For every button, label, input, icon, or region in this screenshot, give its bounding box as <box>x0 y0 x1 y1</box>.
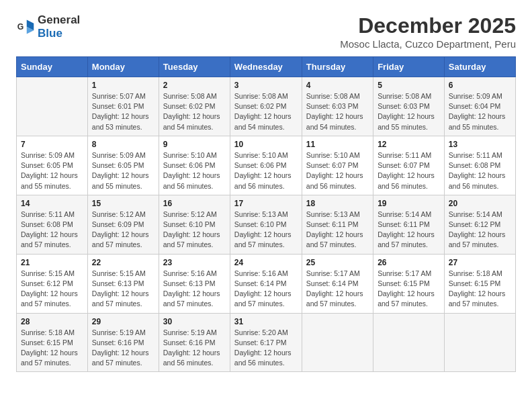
logo-general: General <box>38 13 80 26</box>
calendar-cell: 13Sunrise: 5:11 AMSunset: 6:08 PMDayligh… <box>444 136 515 195</box>
calendar-cell <box>373 313 445 372</box>
day-number: 28 <box>21 317 83 326</box>
day-number: 14 <box>21 199 83 208</box>
day-info: Sunrise: 5:20 AMSunset: 6:17 PMDaylight:… <box>234 328 298 369</box>
day-number: 22 <box>92 258 154 267</box>
calendar-cell: 17Sunrise: 5:13 AMSunset: 6:10 PMDayligh… <box>230 195 302 254</box>
calendar-week-2: 7Sunrise: 5:09 AMSunset: 6:05 PMDaylight… <box>17 136 516 195</box>
calendar-cell: 1Sunrise: 5:07 AMSunset: 6:01 PMDaylight… <box>87 77 159 136</box>
day-info: Sunrise: 5:19 AMSunset: 6:16 PMDaylight:… <box>163 328 226 369</box>
header-day-tuesday: Tuesday <box>159 57 230 77</box>
day-number: 26 <box>378 258 440 267</box>
day-info: Sunrise: 5:13 AMSunset: 6:10 PMDaylight:… <box>234 210 298 250</box>
day-info: Sunrise: 5:16 AMSunset: 6:13 PMDaylight:… <box>163 269 226 310</box>
calendar-cell: 10Sunrise: 5:10 AMSunset: 6:06 PMDayligh… <box>230 136 302 195</box>
calendar-cell: 22Sunrise: 5:15 AMSunset: 6:13 PMDayligh… <box>87 254 159 313</box>
day-info: Sunrise: 5:15 AMSunset: 6:12 PMDaylight:… <box>21 269 83 310</box>
calendar-cell: 26Sunrise: 5:17 AMSunset: 6:15 PMDayligh… <box>373 254 445 313</box>
day-number: 24 <box>234 258 298 267</box>
day-number: 1 <box>92 81 154 90</box>
calendar-cell: 15Sunrise: 5:12 AMSunset: 6:09 PMDayligh… <box>87 195 159 254</box>
main-title: December 2025 <box>340 13 516 38</box>
day-number: 29 <box>92 317 154 326</box>
calendar-cell <box>17 77 88 136</box>
day-number: 27 <box>449 258 511 267</box>
day-info: Sunrise: 5:12 AMSunset: 6:09 PMDaylight:… <box>92 210 154 250</box>
day-info: Sunrise: 5:15 AMSunset: 6:13 PMDaylight:… <box>92 269 154 310</box>
day-number: 23 <box>163 258 226 267</box>
day-number: 7 <box>21 140 83 149</box>
day-number: 15 <box>92 199 154 208</box>
logo: G General Blue <box>16 13 80 40</box>
calendar-cell: 28Sunrise: 5:18 AMSunset: 6:15 PMDayligh… <box>17 313 88 372</box>
day-info: Sunrise: 5:08 AMSunset: 6:03 PMDaylight:… <box>306 91 369 132</box>
calendar-cell: 29Sunrise: 5:19 AMSunset: 6:16 PMDayligh… <box>87 313 159 372</box>
day-info: Sunrise: 5:14 AMSunset: 6:12 PMDaylight:… <box>449 210 511 250</box>
calendar-cell: 2Sunrise: 5:08 AMSunset: 6:02 PMDaylight… <box>159 77 230 136</box>
day-info: Sunrise: 5:17 AMSunset: 6:15 PMDaylight:… <box>378 269 440 310</box>
day-info: Sunrise: 5:08 AMSunset: 6:02 PMDaylight:… <box>163 91 226 132</box>
calendar-cell: 21Sunrise: 5:15 AMSunset: 6:12 PMDayligh… <box>17 254 88 313</box>
day-number: 4 <box>306 81 369 90</box>
day-info: Sunrise: 5:10 AMSunset: 6:07 PMDaylight:… <box>306 150 369 191</box>
day-info: Sunrise: 5:10 AMSunset: 6:06 PMDaylight:… <box>234 150 298 191</box>
header-day-sunday: Sunday <box>17 57 88 77</box>
day-number: 2 <box>163 81 226 90</box>
day-info: Sunrise: 5:07 AMSunset: 6:01 PMDaylight:… <box>92 91 154 132</box>
calendar-cell: 16Sunrise: 5:12 AMSunset: 6:10 PMDayligh… <box>159 195 230 254</box>
calendar-cell <box>444 313 515 372</box>
day-number: 18 <box>306 199 369 208</box>
calendar-table: SundayMondayTuesdayWednesdayThursdayFrid… <box>16 56 516 372</box>
header: G General Blue December 2025 Mosoc Llact… <box>16 13 516 50</box>
day-info: Sunrise: 5:10 AMSunset: 6:06 PMDaylight:… <box>163 150 226 191</box>
day-number: 10 <box>234 140 298 149</box>
logo-icon: G <box>16 17 35 36</box>
calendar-cell: 23Sunrise: 5:16 AMSunset: 6:13 PMDayligh… <box>159 254 230 313</box>
day-number: 5 <box>378 81 440 90</box>
calendar-cell: 18Sunrise: 5:13 AMSunset: 6:11 PMDayligh… <box>302 195 373 254</box>
day-info: Sunrise: 5:08 AMSunset: 6:02 PMDaylight:… <box>234 91 298 132</box>
day-info: Sunrise: 5:12 AMSunset: 6:10 PMDaylight:… <box>163 210 226 250</box>
calendar-cell: 3Sunrise: 5:08 AMSunset: 6:02 PMDaylight… <box>230 77 302 136</box>
day-number: 3 <box>234 81 298 90</box>
day-number: 13 <box>449 140 511 149</box>
header-day-thursday: Thursday <box>302 57 373 77</box>
calendar-cell: 8Sunrise: 5:09 AMSunset: 6:05 PMDaylight… <box>87 136 159 195</box>
calendar-cell: 6Sunrise: 5:09 AMSunset: 6:04 PMDaylight… <box>444 77 515 136</box>
day-info: Sunrise: 5:09 AMSunset: 6:05 PMDaylight:… <box>21 150 83 191</box>
day-info: Sunrise: 5:17 AMSunset: 6:14 PMDaylight:… <box>306 269 369 310</box>
calendar-cell: 9Sunrise: 5:10 AMSunset: 6:06 PMDaylight… <box>159 136 230 195</box>
day-number: 9 <box>163 140 226 149</box>
calendar-cell: 12Sunrise: 5:11 AMSunset: 6:07 PMDayligh… <box>373 136 445 195</box>
calendar-cell: 7Sunrise: 5:09 AMSunset: 6:05 PMDaylight… <box>17 136 88 195</box>
day-number: 19 <box>378 199 440 208</box>
day-info: Sunrise: 5:18 AMSunset: 6:15 PMDaylight:… <box>21 328 83 369</box>
day-info: Sunrise: 5:08 AMSunset: 6:03 PMDaylight:… <box>378 91 440 132</box>
calendar-cell: 5Sunrise: 5:08 AMSunset: 6:03 PMDaylight… <box>373 77 445 136</box>
day-info: Sunrise: 5:09 AMSunset: 6:04 PMDaylight:… <box>449 91 511 132</box>
calendar-cell: 14Sunrise: 5:11 AMSunset: 6:08 PMDayligh… <box>17 195 88 254</box>
calendar-cell <box>302 313 373 372</box>
day-number: 17 <box>234 199 298 208</box>
day-info: Sunrise: 5:18 AMSunset: 6:15 PMDaylight:… <box>449 269 511 310</box>
calendar-cell: 24Sunrise: 5:16 AMSunset: 6:14 PMDayligh… <box>230 254 302 313</box>
logo-blue: Blue <box>38 27 62 40</box>
calendar-cell: 30Sunrise: 5:19 AMSunset: 6:16 PMDayligh… <box>159 313 230 372</box>
calendar-cell: 4Sunrise: 5:08 AMSunset: 6:03 PMDaylight… <box>302 77 373 136</box>
day-info: Sunrise: 5:11 AMSunset: 6:07 PMDaylight:… <box>378 150 440 191</box>
header-day-friday: Friday <box>373 57 445 77</box>
day-info: Sunrise: 5:16 AMSunset: 6:14 PMDaylight:… <box>234 269 298 310</box>
day-info: Sunrise: 5:14 AMSunset: 6:11 PMDaylight:… <box>378 210 440 250</box>
day-info: Sunrise: 5:09 AMSunset: 6:05 PMDaylight:… <box>92 150 154 191</box>
day-number: 25 <box>306 258 369 267</box>
day-number: 8 <box>92 140 154 149</box>
day-info: Sunrise: 5:11 AMSunset: 6:08 PMDaylight:… <box>21 210 83 250</box>
calendar-week-1: 1Sunrise: 5:07 AMSunset: 6:01 PMDaylight… <box>17 77 516 136</box>
calendar-cell: 31Sunrise: 5:20 AMSunset: 6:17 PMDayligh… <box>230 313 302 372</box>
day-number: 30 <box>163 317 226 326</box>
calendar-week-4: 21Sunrise: 5:15 AMSunset: 6:12 PMDayligh… <box>17 254 516 313</box>
title-area: December 2025 Mosoc Llacta, Cuzco Depart… <box>340 13 516 50</box>
calendar-cell: 20Sunrise: 5:14 AMSunset: 6:12 PMDayligh… <box>444 195 515 254</box>
calendar-week-5: 28Sunrise: 5:18 AMSunset: 6:15 PMDayligh… <box>17 313 516 372</box>
day-number: 6 <box>449 81 511 90</box>
